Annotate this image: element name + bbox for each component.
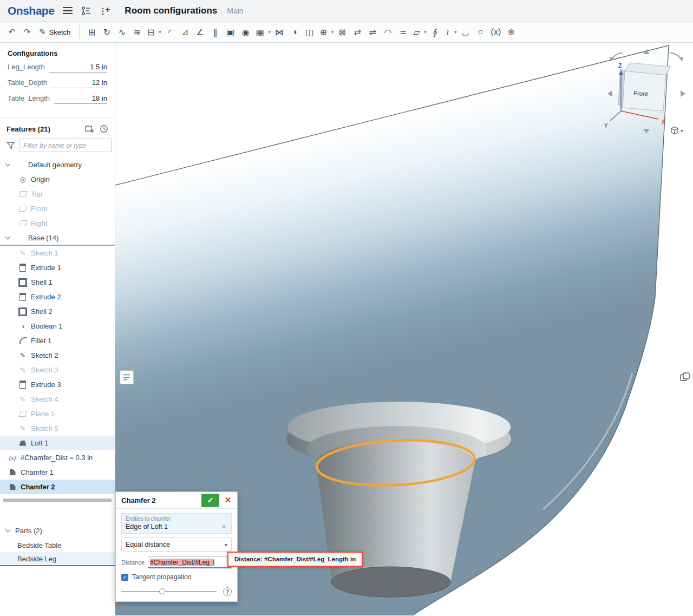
feature-tree-row[interactable]: Fillet 1 bbox=[0, 333, 115, 348]
feature-tree-row[interactable]: Origin bbox=[0, 172, 115, 187]
dialog-title: Chamfer 2 bbox=[121, 496, 200, 504]
new-folder-icon[interactable] bbox=[85, 125, 94, 133]
toolbar-tool-icon[interactable]: ⋈ bbox=[272, 24, 287, 40]
toolbar-tool-icon[interactable]: ∠ bbox=[193, 24, 208, 40]
onshape-logo[interactable]: Onshape bbox=[8, 4, 54, 17]
insert-tab-icon[interactable] bbox=[101, 6, 110, 16]
history-icon[interactable] bbox=[100, 124, 108, 133]
checkbox-checked-icon[interactable] bbox=[121, 574, 128, 581]
top-bar: Onshape Room configurations Main bbox=[0, 0, 693, 22]
feature-icon bbox=[15, 161, 25, 169]
toolbar-tool-icon[interactable]: ◜ bbox=[162, 24, 178, 40]
check-icon: ✓ bbox=[207, 496, 214, 504]
toolbar-tools: ⊞ ↻ ∿ ≋ ⊟ ◜ ⊿ ∠ ∥ ▣ ◉ ▦ bbox=[84, 24, 519, 40]
toolbar-tool-icon[interactable]: ⇄ bbox=[350, 24, 365, 40]
toolbar-tool-icon[interactable]: ◫ bbox=[302, 24, 317, 40]
toolbar-tool-icon[interactable]: ⊞ bbox=[84, 24, 99, 40]
redo-button[interactable]: ↷ bbox=[19, 24, 35, 40]
version-tree-icon[interactable] bbox=[81, 6, 92, 16]
config-value-input[interactable]: 1.5 in bbox=[49, 63, 107, 73]
rotate-down-icon bbox=[643, 129, 650, 134]
toolbar-tool-icon[interactable]: ◑ bbox=[287, 24, 302, 40]
toolbar-tool-icon[interactable]: ≋ bbox=[129, 24, 145, 40]
toolbar-tool-icon[interactable]: ≍ bbox=[395, 24, 410, 40]
toolbar-tool-icon[interactable]: ⊿ bbox=[178, 24, 193, 40]
filter-icon[interactable] bbox=[6, 142, 15, 149]
feature-icon bbox=[18, 337, 28, 345]
feature-filter-input[interactable] bbox=[19, 139, 112, 152]
parts-section-header[interactable]: Parts (2) bbox=[0, 523, 115, 538]
feature-list-toggle-icon[interactable] bbox=[120, 370, 134, 384]
tangent-propagation-checkbox[interactable]: Tangent propagation bbox=[121, 573, 232, 581]
chamfer-type-select[interactable]: Equal distance bbox=[121, 538, 232, 552]
part-row[interactable]: Bedside Table bbox=[0, 538, 115, 552]
distance-input[interactable]: #Chamfer_Dist/#Leg_l bbox=[148, 556, 232, 568]
left-panel: Configurations Leg_Length 1.5 in Table_D… bbox=[0, 43, 115, 616]
feature-label: Front bbox=[31, 205, 47, 213]
feature-tree-row[interactable]: Sketch 4 bbox=[0, 392, 115, 407]
confirm-button[interactable]: ✓ bbox=[201, 494, 219, 507]
config-value-input[interactable]: 18 in bbox=[54, 94, 107, 104]
opacity-slider[interactable] bbox=[121, 591, 217, 592]
feature-tree-row[interactable]: #Chamfer_Dist = 0.3 in bbox=[0, 450, 115, 465]
chevron-down-icon[interactable] bbox=[5, 161, 11, 167]
feature-tree-row[interactable]: Shell 1 bbox=[0, 275, 115, 290]
view-tools-icon[interactable] bbox=[678, 370, 692, 384]
toolbar-tool-icon[interactable]: ○ bbox=[473, 24, 488, 40]
feature-tree-row[interactable]: Plane 1 bbox=[0, 407, 115, 421]
toolbar-tool-icon[interactable]: ▣ bbox=[223, 24, 238, 40]
toolbar-tool-icon[interactable]: ◡ bbox=[458, 24, 473, 40]
toolbar-tool-icon[interactable]: ≀ bbox=[443, 24, 458, 40]
feature-tree-row[interactable]: Chamfer 2 bbox=[0, 480, 115, 494]
feature-tree-row[interactable]: Front bbox=[0, 201, 115, 216]
feature-tree-row[interactable]: Default geometry bbox=[0, 158, 115, 172]
feature-tree-row[interactable]: Sketch 1 bbox=[0, 246, 115, 260]
feature-label: Boolean 1 bbox=[31, 322, 63, 330]
help-icon[interactable]: ? bbox=[223, 587, 232, 596]
toolbar-tool-icon[interactable]: ↻ bbox=[99, 24, 114, 40]
toolbar-tool-icon[interactable]: ▦ bbox=[253, 24, 272, 40]
chevron-down-icon[interactable] bbox=[5, 234, 11, 239]
feature-tree-row[interactable]: Boolean 1 bbox=[0, 319, 115, 333]
toolbar-tool-icon[interactable]: ∮ bbox=[428, 24, 443, 40]
feature-tree-row[interactable]: Extrude 2 bbox=[0, 290, 115, 304]
feature-tree-row[interactable]: Sketch 2 bbox=[0, 348, 115, 363]
feature-tree-row[interactable]: Loft 1 bbox=[0, 436, 115, 450]
toolbar-tool-icon[interactable]: ◠ bbox=[380, 24, 395, 40]
toolbar-tool-icon[interactable]: ∥ bbox=[208, 24, 223, 40]
toolbar-tool-icon[interactable]: ⊟ bbox=[145, 24, 162, 40]
toolbar-tool-icon[interactable]: ⇌ bbox=[365, 24, 380, 40]
menu-icon[interactable] bbox=[63, 7, 73, 15]
toolbar-tool-icon[interactable]: ⊠ bbox=[335, 24, 350, 40]
cancel-button[interactable]: ✕ bbox=[221, 494, 235, 507]
sketch-button[interactable]: ✎ Sketch bbox=[35, 24, 75, 40]
toolbar-tool-icon[interactable]: ∿ bbox=[114, 24, 129, 40]
dialog-header[interactable]: Chamfer 2 ✓ ✕ bbox=[116, 492, 237, 509]
feature-tree-row[interactable]: Right bbox=[0, 216, 115, 231]
feature-icon bbox=[18, 307, 28, 316]
features-header: Features (21) bbox=[0, 118, 115, 135]
feature-tree-row[interactable]: Base (14) bbox=[0, 231, 115, 246]
view-options-button[interactable] bbox=[670, 126, 683, 135]
slider-handle[interactable] bbox=[159, 588, 165, 594]
feature-tree-row[interactable]: Sketch 3 bbox=[0, 363, 115, 377]
remove-entity-icon[interactable]: ✕ bbox=[220, 523, 227, 530]
feature-tree-row[interactable]: Extrude 1 bbox=[0, 260, 115, 275]
chamfer-type-value: Equal distance bbox=[126, 541, 225, 548]
feature-tree-row[interactable]: Sketch 5 bbox=[0, 421, 115, 436]
feature-label: Sketch 5 bbox=[31, 424, 58, 432]
workspace-branch[interactable]: Main bbox=[227, 6, 243, 15]
toolbar-tool-icon[interactable]: (x) bbox=[488, 24, 504, 40]
feature-tree-row[interactable]: Shell 2 bbox=[0, 304, 115, 319]
part-row[interactable]: Bedside Leg bbox=[0, 552, 115, 566]
toolbar-tool-icon[interactable]: ▱ bbox=[410, 24, 427, 40]
feature-tree-row[interactable]: Extrude 3 bbox=[0, 377, 115, 392]
feature-tree-row[interactable]: Top bbox=[0, 187, 115, 201]
entities-to-chamfer-field[interactable]: Entities to chamfer Edge of Loft 1 ✕ bbox=[121, 513, 232, 534]
toolbar-tool-icon[interactable]: ⊕ bbox=[317, 24, 335, 40]
toolbar-tool-icon[interactable]: ※ bbox=[504, 24, 519, 40]
feature-tree-row[interactable]: Chamfer 1 bbox=[0, 465, 115, 480]
toolbar-tool-icon[interactable]: ◉ bbox=[238, 24, 253, 40]
config-value-input[interactable]: 12 in bbox=[51, 78, 107, 88]
undo-button[interactable]: ↶ bbox=[4, 24, 19, 40]
